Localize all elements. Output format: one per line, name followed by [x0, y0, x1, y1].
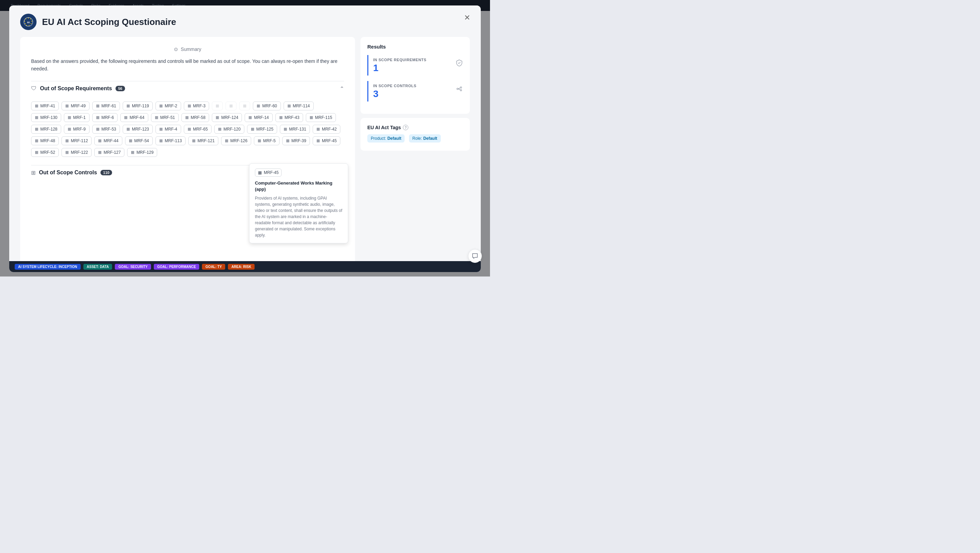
list-item[interactable]: ▦MRF-6 [92, 113, 118, 122]
list-item[interactable]: ▦MRF-54 [125, 136, 153, 145]
list-item[interactable]: ▦MRF-9 [64, 125, 89, 134]
in-scope-controls-item: IN SCOPE CONTROLS 3 [368, 81, 463, 102]
tooltip-tag[interactable]: ▦ MRF-45 [255, 169, 282, 177]
list-item[interactable]: ▦MRF-49 [62, 102, 89, 110]
svg-point-13 [460, 89, 461, 91]
list-item[interactable]: ▦ [226, 102, 237, 110]
out-of-scope-requirements-section[interactable]: 🛡 Out of Scope Requirements 56 ⌃ [31, 81, 344, 96]
eu-ai-tags-label: EU AI Act Tags [368, 125, 401, 130]
list-item[interactable]: ▦MRF-125 [247, 125, 277, 134]
svg-text:AI: AI [27, 21, 30, 24]
bottom-tags-bar: AI SYSTEM LIFECYCLE: INCEPTION ASSET: DA… [9, 261, 481, 272]
list-item[interactable]: ▦MRF-58 [181, 113, 209, 122]
list-item[interactable]: ▦MRF-124 [212, 113, 242, 122]
svg-line-14 [458, 88, 460, 89]
tooltip-title: Computer-Generated Works Marking (app) [255, 180, 342, 193]
tag-icon: ▦ [257, 104, 260, 108]
tag-icon: ▦ [35, 139, 38, 143]
list-item[interactable]: ▦MRF-51 [151, 113, 179, 122]
chevron-up-icon: ⌃ [340, 86, 344, 92]
help-icon[interactable]: ? [403, 125, 408, 130]
list-item[interactable]: ▦MRF-44 [94, 136, 122, 145]
tag-icon: ▦ [159, 139, 163, 143]
svg-line-15 [458, 89, 460, 90]
summary-header: ⊙ Summary [31, 46, 344, 52]
feedback-button[interactable] [468, 249, 482, 263]
list-item[interactable]: ▦MRF-115 [306, 113, 336, 122]
list-item[interactable]: ▦MRF-119 [123, 102, 153, 110]
list-item[interactable]: ▦MRF-61 [92, 102, 120, 110]
close-button[interactable]: ✕ [461, 12, 473, 23]
tag-icon: ▦ [35, 150, 38, 155]
tag-icon: ▦ [96, 127, 99, 131]
list-item[interactable]: ▦MRF-3 [184, 102, 210, 110]
tag-icon: ▦ [251, 127, 254, 131]
bottom-tag-security: GOAL: SECURITY [115, 264, 151, 270]
list-item[interactable]: ▦MRF-126 [221, 136, 251, 145]
list-item[interactable]: ▦MRF-53 [92, 125, 120, 134]
list-item[interactable]: ▦MRF-45 [313, 136, 340, 145]
list-item[interactable]: ▦MRF-39 [282, 136, 310, 145]
list-item[interactable]: ▦MRF-127 [94, 148, 124, 157]
tag-icon: ▦ [131, 150, 134, 155]
tooltip-tag-label: MRF-45 [264, 170, 278, 175]
list-item[interactable]: ▦MRF-114 [283, 102, 314, 110]
list-item[interactable]: ▦MRF-113 [156, 136, 186, 145]
tag-icon: ▦ [35, 127, 38, 131]
in-scope-controls-label: IN SCOPE CONTROLS [373, 84, 417, 88]
bottom-tag-risk: AREA: RISK [228, 264, 255, 270]
list-item[interactable]: ▦MRF-64 [120, 113, 148, 122]
list-item[interactable]: ▦MRF-43 [275, 113, 303, 122]
list-item[interactable]: ▦ [212, 102, 223, 110]
bottom-tag-data: ASSET: DATA [83, 264, 113, 270]
list-item[interactable]: ▦MRF-130 [31, 113, 61, 122]
modal-title: EU AI Act Scoping Questionaire [42, 17, 176, 27]
list-item[interactable]: ▦MRF-5 [254, 136, 280, 145]
list-item[interactable]: ▦MRF-112 [62, 136, 92, 145]
tag-icon: ▦ [248, 115, 252, 120]
in-scope-controls-content: IN SCOPE CONTROLS 3 [373, 84, 417, 99]
tag-icon: ▦ [225, 139, 228, 143]
list-item[interactable]: ▦MRF-41 [31, 102, 59, 110]
list-item[interactable]: ▦MRF-122 [62, 148, 92, 157]
list-item[interactable]: ▦MRF-4 [156, 125, 181, 134]
modal-overlay: AI EU AI Act Scoping Questionaire ✕ ⊙ Su… [0, 0, 490, 276]
out-of-scope-controls-title: Out of Scope Controls [39, 169, 97, 176]
bottom-tag-performance: GOAL: PERFORMANCE [154, 264, 199, 270]
role-tag-pill[interactable]: Role: Default [409, 134, 441, 142]
list-item[interactable]: ▦MRF-2 [156, 102, 181, 110]
tag-icon: ▦ [287, 104, 291, 108]
controls-icon: ⊞ [31, 169, 35, 176]
role-value: Default [423, 136, 438, 141]
eu-ai-tags-pills: Product: Default Role: Default [368, 134, 463, 144]
summary-description: Based on the answers provided, the follo… [31, 57, 344, 73]
tag-icon: ▦ [229, 104, 233, 108]
list-item[interactable]: ▦MRF-129 [127, 148, 157, 157]
product-tag-pill[interactable]: Product: Default [368, 134, 404, 142]
list-item[interactable]: ▦MRF-120 [214, 125, 244, 134]
list-item[interactable]: ▦MRF-48 [31, 136, 59, 145]
list-item[interactable]: ▦MRF-14 [245, 113, 272, 122]
list-item[interactable]: ▦MRF-121 [188, 136, 218, 145]
tag-icon: ▦ [126, 104, 130, 108]
list-item[interactable]: ▦MRF-1 [64, 113, 89, 122]
requirements-tags-grid: ▦MRF-41 ▦MRF-49 ▦MRF-61 ▦MRF-119 ▦MRF-2 … [31, 102, 344, 157]
list-item[interactable]: ▦MRF-60 [253, 102, 280, 110]
tooltip-card: ▦ MRF-45 Computer-Generated Works Markin… [249, 163, 348, 243]
tag-icon: ▦ [65, 150, 69, 155]
list-item[interactable]: ▦MRF-123 [123, 125, 153, 134]
list-item[interactable]: ▦MRF-65 [184, 125, 212, 134]
tag-icon: ▦ [159, 104, 163, 108]
list-item[interactable]: ▦MRF-128 [31, 125, 61, 134]
tag-icon: ▦ [65, 104, 69, 108]
shield-icon: 🛡 [31, 86, 37, 92]
requirements-count-badge: 56 [116, 86, 125, 91]
tag-icon: ▦ [216, 115, 219, 120]
controls-count-badge: 110 [100, 170, 112, 175]
list-item[interactable]: ▦ [239, 102, 250, 110]
tag-icon: ▦ [96, 104, 99, 108]
list-item[interactable]: ▦MRF-52 [31, 148, 59, 157]
list-item[interactable]: ▦MRF-131 [280, 125, 310, 134]
in-scope-controls-value: 3 [373, 89, 417, 99]
list-item[interactable]: ▦MRF-42 [313, 125, 340, 134]
